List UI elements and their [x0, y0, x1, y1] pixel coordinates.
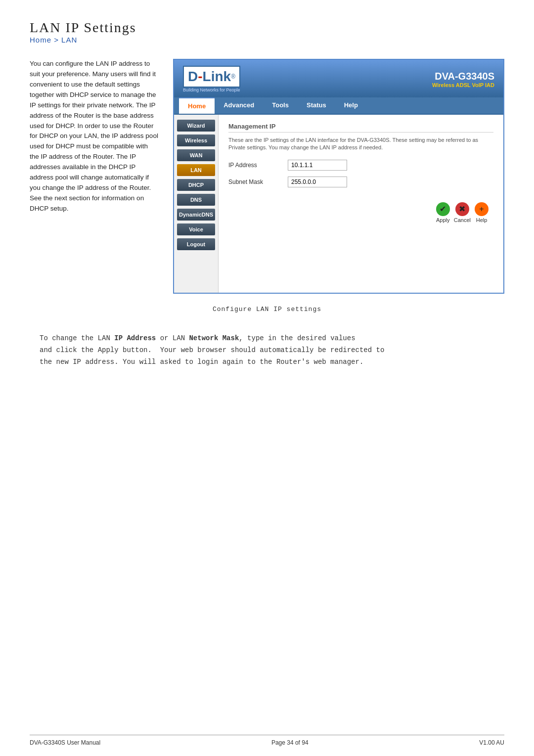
bottom-line1: To change the LAN IP Address or LAN Netw…	[40, 333, 494, 345]
router-content: Management IP These are the IP settings …	[219, 115, 503, 293]
nav-home[interactable]: Home	[179, 97, 215, 114]
sidebar-wan[interactable]: WAN	[177, 149, 215, 161]
section-desc: These are the IP settings of the LAN int…	[228, 136, 493, 152]
sidebar-wizard[interactable]: Wizard	[177, 120, 215, 132]
sidebar-dns[interactable]: DNS	[177, 194, 215, 206]
router-model-name: DVA-G3340S	[432, 71, 494, 82]
apply-label: Apply	[436, 217, 450, 223]
logo-link: Link	[203, 69, 231, 85]
sidebar-voice[interactable]: Voice	[177, 223, 215, 235]
nav-advanced[interactable]: Advanced	[215, 97, 263, 114]
bottom-text: To change the LAN IP Address or LAN Netw…	[30, 333, 504, 368]
nav-status[interactable]: Status	[298, 97, 335, 114]
logo-dash: -	[198, 69, 202, 85]
figure-caption: Configure LAN IP settings	[30, 306, 504, 313]
action-row: ✔ Apply ✖ Cancel + Help	[228, 202, 493, 223]
router-header: D-Link® Building Networks for People DVA…	[174, 60, 503, 97]
title-section: LAN IP Settings Home > LAN	[30, 20, 504, 44]
section-title: Management IP	[228, 123, 493, 133]
logo-registered: ®	[231, 73, 235, 80]
ip-address-input[interactable]	[288, 160, 347, 171]
router-model: DVA-G3340S Wireless ADSL VoIP IAD	[432, 71, 494, 88]
sidebar-dhcp[interactable]: DHCP	[177, 179, 215, 191]
router-model-desc: Wireless ADSL VoIP IAD	[432, 82, 494, 88]
footer-right: V1.00 AU	[479, 739, 504, 746]
router-body: Wizard Wireless WAN LAN DHCP DNS Dynamic…	[174, 115, 503, 293]
page-footer: DVA-G3340S User Manual Page 34 of 94 V1.…	[30, 735, 504, 746]
ip-address-row: IP Address	[228, 160, 493, 171]
apply-action[interactable]: ✔ Apply	[436, 202, 450, 223]
sidebar-logout[interactable]: Logout	[177, 238, 215, 250]
subnet-mask-input[interactable]	[288, 177, 347, 187]
router-logo: D-Link® Building Networks for People	[183, 66, 240, 92]
bottom-line3: the new IP address. You will asked to lo…	[40, 356, 494, 368]
nav-help[interactable]: Help	[335, 97, 367, 114]
breadcrumb-text: Home > LAN	[30, 36, 77, 44]
footer-center: Page 34 of 94	[271, 739, 309, 746]
ip-address-label: IP Address	[228, 162, 288, 169]
router-sidebar: Wizard Wireless WAN LAN DHCP DNS Dynamic…	[174, 115, 219, 293]
dlink-tagline: Building Networks for People	[183, 88, 240, 92]
bottom-line2: and click the Apply button. Your web bro…	[40, 345, 494, 356]
router-frame: D-Link® Building Networks for People DVA…	[173, 59, 504, 294]
subnet-mask-row: Subnet Mask	[228, 177, 493, 187]
logo-d: D	[188, 69, 198, 85]
dlink-logo-box: D-Link®	[183, 66, 240, 88]
help-icon: +	[475, 202, 489, 216]
page-title: LAN IP Settings	[30, 20, 504, 36]
apply-icon: ✔	[436, 202, 450, 216]
subnet-mask-label: Subnet Mask	[228, 178, 288, 185]
main-row: You can configure the LAN IP address to …	[30, 59, 504, 294]
sidebar-lan[interactable]: LAN	[177, 164, 215, 176]
sidebar-wireless[interactable]: Wireless	[177, 134, 215, 146]
footer-left: DVA-G3340S User Manual	[30, 739, 100, 746]
left-description: You can configure the LAN IP address to …	[30, 59, 158, 294]
cancel-label: Cancel	[454, 217, 471, 223]
cancel-action[interactable]: ✖ Cancel	[454, 202, 471, 223]
router-nav: Home Advanced Tools Status Help	[174, 97, 503, 115]
help-label: Help	[476, 217, 488, 223]
cancel-icon: ✖	[455, 202, 469, 216]
breadcrumb: Home > LAN	[30, 36, 504, 44]
help-action[interactable]: + Help	[475, 202, 489, 223]
sidebar-dynamicdns[interactable]: DynamicDNS	[177, 209, 215, 221]
nav-tools[interactable]: Tools	[263, 97, 298, 114]
